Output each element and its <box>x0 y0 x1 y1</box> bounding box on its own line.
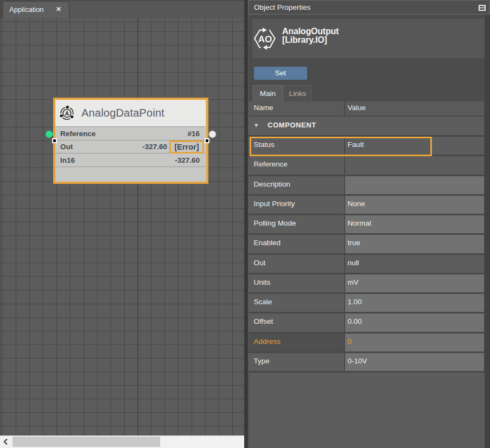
svg-text:A: A <box>65 111 69 117</box>
svg-text:AO: AO <box>258 34 272 44</box>
